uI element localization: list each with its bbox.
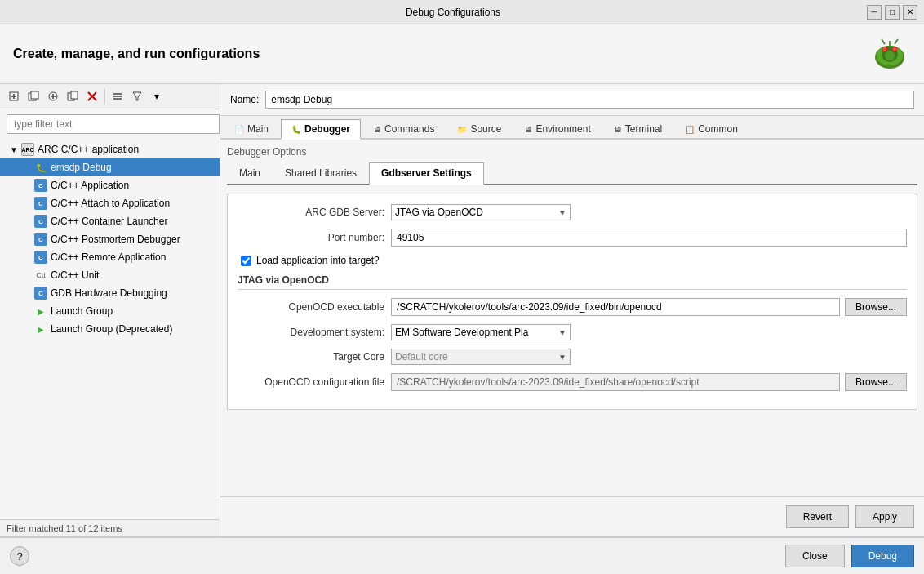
tab-main[interactable]: 📄 Main: [224, 119, 279, 138]
arc-gdb-server-dropdown[interactable]: JTAG via OpenOCD ▼: [391, 204, 571, 220]
dev-system-row: Development system: EM Software Developm…: [238, 324, 907, 340]
load-app-checkbox[interactable]: [241, 256, 251, 266]
target-core-arrow-icon: ▼: [558, 353, 566, 362]
tree-item-gdb-hw[interactable]: C GDB Hardware Debugging: [0, 284, 220, 302]
tree-item-emsdp-debug[interactable]: 🐛 emsdp Debug: [0, 158, 220, 176]
tree-item-cpp-attach[interactable]: C C/C++ Attach to Application: [0, 194, 220, 212]
target-core-dropdown[interactable]: Default core ▼: [391, 349, 571, 365]
left-panel: ▾ ▼ ARC ARC C/C++ application 🐛 emsdp De…: [0, 84, 220, 536]
tab-debugger[interactable]: 🐛 Debugger: [281, 119, 361, 140]
collapse-button[interactable]: [109, 87, 127, 105]
svg-line-6: [882, 39, 885, 44]
svg-point-3: [882, 47, 887, 51]
help-button[interactable]: ?: [10, 546, 29, 566]
cpp-icon: C: [34, 179, 47, 192]
tree-item-cpp-remote[interactable]: C C/C++ Remote Application: [0, 248, 220, 266]
footer-bar: ? Close Debug: [0, 536, 924, 574]
tab-commands[interactable]: 🖥 Commands: [362, 119, 445, 138]
name-row: Name:: [220, 84, 924, 116]
cpp-unit-icon: Ctt: [34, 269, 47, 282]
browse-openocd-exe-button[interactable]: Browse...: [845, 298, 907, 316]
debug-button[interactable]: Debug: [851, 545, 914, 567]
minimize-button[interactable]: ─: [867, 5, 882, 20]
new-proto-button[interactable]: [44, 87, 62, 105]
tab-common-label: Common: [698, 123, 738, 135]
tree-item-label: C/C++ Application: [51, 180, 129, 191]
openocd-config-input[interactable]: [391, 373, 840, 391]
name-input[interactable]: [265, 91, 914, 109]
openocd-exe-label: OpenOCD executable: [238, 301, 384, 313]
cpp-icon: C: [34, 251, 47, 264]
right-panel: Name: 📄 Main 🐛 Debugger 🖥 Commands 📁 Sou…: [220, 84, 924, 536]
filter-input[interactable]: [7, 114, 220, 134]
revert-button[interactable]: Revert: [786, 505, 849, 528]
tree-item-label: C/C++ Container Launcher: [51, 216, 167, 227]
tree-item-arc-root[interactable]: ▼ ARC ARC C/C++ application: [0, 140, 220, 158]
tab-common[interactable]: 📋 Common: [674, 119, 749, 138]
arc-icon: ARC: [21, 143, 34, 156]
copy-button[interactable]: [64, 87, 82, 105]
tree-item-label: Launch Group (Deprecated): [51, 323, 172, 335]
dev-system-arrow-icon: ▼: [558, 328, 566, 337]
cpp-icon: C: [34, 197, 47, 210]
tabs-bar: 📄 Main 🐛 Debugger 🖥 Commands 📁 Source 🖥 …: [220, 116, 924, 140]
tree-item-cpp-container[interactable]: C C/C++ Container Launcher: [0, 212, 220, 230]
target-core-label: Target Core: [238, 351, 384, 363]
tab-source-icon: 📁: [457, 125, 467, 134]
sub-tab-shared-libs[interactable]: Shared Libraries: [273, 162, 369, 184]
name-label: Name:: [230, 94, 259, 105]
app-icon: [868, 33, 911, 75]
tab-debugger-label: Debugger: [304, 123, 350, 135]
apply-button[interactable]: Apply: [855, 505, 914, 528]
delete-button[interactable]: [83, 87, 101, 105]
target-core-control: Default core ▼: [391, 349, 907, 365]
openocd-config-control: Browse...: [391, 373, 907, 391]
target-core-row: Target Core Default core ▼: [238, 349, 907, 365]
openocd-config-row: OpenOCD configuration file Browse...: [238, 373, 907, 391]
maximize-button[interactable]: □: [885, 5, 900, 20]
duplicate-button[interactable]: [24, 87, 42, 105]
tree-item-label: ARC C/C++ application: [38, 144, 139, 155]
sub-tab-main-label: Main: [239, 167, 260, 179]
tree-item-cpp-postmortem[interactable]: C C/C++ Postmortem Debugger: [0, 230, 220, 248]
title-bar: Debug Configurations ─ □ ✕: [0, 0, 924, 24]
launch-icon: ▶: [34, 305, 47, 318]
close-dialog-button[interactable]: Close: [785, 545, 845, 567]
cpp-icon: C: [34, 287, 47, 300]
tab-terminal[interactable]: 🖥 Terminal: [603, 119, 673, 138]
cpp-icon: C: [34, 215, 47, 228]
cpp-icon: C: [34, 233, 47, 246]
tab-source-label: Source: [470, 123, 501, 135]
jtag-section-header: JTAG via OpenOCD: [238, 274, 907, 290]
port-number-input[interactable]: [391, 229, 907, 247]
footer-right: Close Debug: [785, 545, 914, 567]
browse-openocd-config-button[interactable]: Browse...: [845, 373, 907, 391]
tab-source[interactable]: 📁 Source: [446, 119, 512, 138]
sub-tab-gdbserver[interactable]: Gdbserver Settings: [369, 162, 484, 185]
tree-item-launch-deprecated[interactable]: ▶ Launch Group (Deprecated): [0, 320, 220, 338]
filter-button[interactable]: [128, 87, 146, 105]
dev-system-dropdown[interactable]: EM Software Development Pla ▼: [391, 324, 571, 340]
new-config-button[interactable]: [5, 87, 23, 105]
tab-debugger-icon: 🐛: [291, 125, 301, 134]
openocd-exe-input[interactable]: [391, 298, 840, 316]
arc-gdb-server-value: JTAG via OpenOCD: [395, 207, 558, 218]
view-menu-button[interactable]: ▾: [148, 87, 166, 105]
openocd-exe-control: Browse...: [391, 298, 907, 316]
close-button[interactable]: ✕: [903, 5, 917, 20]
openocd-config-label: OpenOCD configuration file: [238, 376, 384, 388]
sub-tabs: Main Shared Libraries Gdbserver Settings: [227, 162, 917, 185]
openocd-exe-row: OpenOCD executable Browse...: [238, 298, 907, 316]
tab-main-icon: 📄: [234, 125, 244, 134]
tree-item-cpp-unit[interactable]: Ctt C/C++ Unit: [0, 266, 220, 284]
port-number-label: Port number:: [238, 232, 384, 243]
tree-item-launch-group[interactable]: ▶ Launch Group: [0, 302, 220, 320]
dev-system-control: EM Software Development Pla ▼: [391, 324, 907, 340]
sub-tab-main[interactable]: Main: [227, 162, 273, 184]
tab-environment[interactable]: 🖥 Environment: [513, 119, 601, 138]
svg-rect-13: [31, 91, 38, 99]
port-number-row: Port number:: [238, 229, 907, 247]
target-core-value: Default core: [395, 351, 558, 363]
arc-gdb-server-row: ARC GDB Server: JTAG via OpenOCD ▼: [238, 204, 907, 220]
tree-item-cpp-app[interactable]: C C/C++ Application: [0, 176, 220, 194]
